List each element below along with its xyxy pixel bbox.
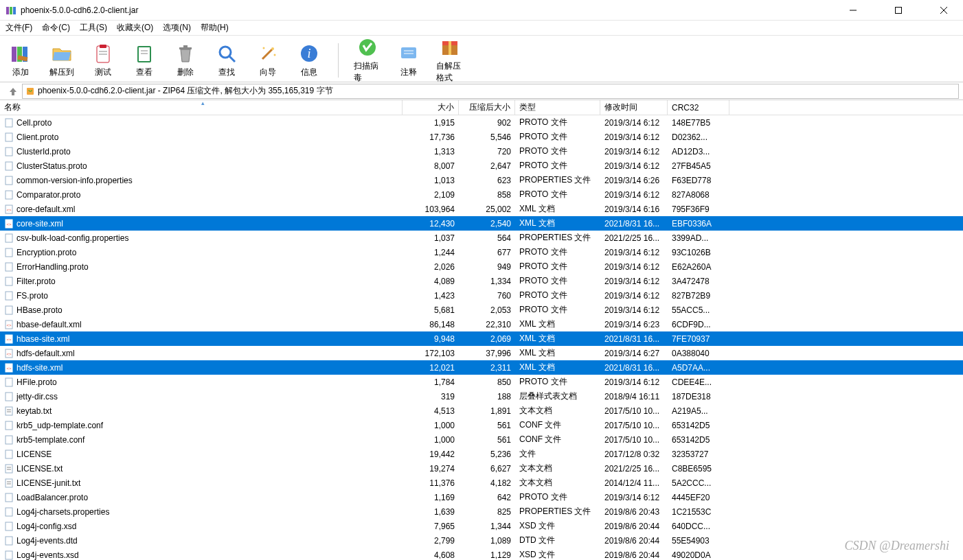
cell-name: <>hbase-site.xml — [0, 334, 403, 344]
tool-trash[interactable]: 删除 — [172, 43, 199, 78]
table-row[interactable]: LoadBalancer.proto1,169642PROTO 文件2019/3… — [0, 490, 963, 504]
svg-rect-68 — [5, 450, 12, 458]
cell-size: 4,513 — [403, 406, 459, 416]
list-header: 名称▴ 大小 压缩后大小 类型 修改时间 CRC32 — [0, 100, 963, 115]
table-row[interactable]: HBase.proto5,6812,053PROTO 文件2019/3/14 6… — [0, 303, 963, 317]
tool-books[interactable]: 添加 — [7, 43, 34, 78]
tool-clipboard[interactable]: 测试 — [89, 43, 117, 78]
minimize-button[interactable] — [839, 1, 867, 20]
tool-label: 向导 — [260, 67, 276, 78]
cell-size: 1,639 — [403, 507, 459, 517]
cell-packed: 720 — [459, 147, 515, 156]
cell-name: krb5-template.conf — [0, 435, 403, 445]
table-row[interactable]: Log4j-events.xsd4,6081,129XSD 文件2019/8/6… — [0, 548, 963, 560]
col-name[interactable]: 名称▴ — [0, 100, 403, 115]
table-row[interactable]: Encryption.proto1,244677PROTO 文件2019/3/1… — [0, 245, 963, 259]
cell-type: XML 文档 — [515, 318, 600, 330]
file-list[interactable]: Cell.proto1,915902PROTO 文件2019/3/14 6:12… — [0, 115, 963, 560]
table-row[interactable]: <>hdfs-site.xml12,0212,311XML 文档2021/8/3… — [0, 360, 963, 375]
cell-name: Comparator.proto — [0, 190, 403, 200]
tool-book[interactable]: 查看 — [131, 43, 158, 78]
cell-date: 2021/8/31 16... — [600, 363, 668, 373]
menu-item[interactable]: 工具(S) — [80, 22, 107, 34]
cell-date: 2021/2/25 16... — [600, 233, 668, 243]
cell-crc: 55ACC5... — [668, 305, 729, 315]
cell-type: PROTO 文件 — [515, 145, 600, 157]
maximize-button[interactable] — [885, 1, 912, 20]
cell-type: PROTO 文件 — [515, 261, 600, 272]
table-row[interactable]: <>core-default.xml103,96425,002XML 文档201… — [0, 202, 963, 216]
menu-item[interactable]: 命令(C) — [42, 22, 70, 34]
cell-size: 12,021 — [403, 363, 459, 373]
menu-item[interactable]: 文件(F) — [5, 22, 32, 34]
svg-rect-2 — [13, 7, 16, 14]
table-row[interactable]: krb5_udp-template.conf1,000561CONF 文件201… — [0, 418, 963, 432]
close-button[interactable] — [930, 1, 958, 20]
col-packed[interactable]: 压缩后大小 — [459, 100, 515, 115]
table-row[interactable]: Log4j-events.dtd2,7991,089DTD 文件2019/8/6… — [0, 533, 963, 548]
tool-search[interactable]: 查找 — [213, 43, 240, 78]
cell-date: 2019/3/14 6:12 — [600, 132, 668, 142]
table-row[interactable]: Filter.proto4,0891,334PROTO 文件2019/3/14 … — [0, 274, 963, 288]
jar-icon — [25, 86, 35, 96]
tool-label: 添加 — [12, 67, 29, 78]
cell-packed: 6,627 — [459, 464, 515, 474]
cell-crc: 148E77B5 — [668, 118, 729, 128]
cell-type: 文本文档 — [515, 463, 600, 474]
table-row[interactable]: krb5-template.conf1,000561CONF 文件2017/5/… — [0, 432, 963, 447]
cell-size: 7,965 — [403, 522, 459, 531]
cell-name: <>core-site.xml — [0, 219, 403, 229]
cell-date: 2019/3/14 6:12 — [600, 291, 668, 301]
menu-item[interactable]: 收藏夹(O) — [117, 22, 153, 34]
tool-wand[interactable]: 向导 — [254, 43, 282, 78]
path-field[interactable]: phoenix-5.0.0-cdh6.2.0-client.jar - ZIP6… — [22, 84, 959, 99]
cell-name: Filter.proto — [0, 277, 403, 286]
table-row[interactable]: csv-bulk-load-config.properties1,037564P… — [0, 231, 963, 245]
tool-comment[interactable]: 注释 — [395, 43, 422, 78]
table-row[interactable]: keytab.txt4,5131,891文本文档2017/5/10 10...A… — [0, 404, 963, 418]
svg-rect-63 — [5, 407, 12, 415]
table-row[interactable]: LICENSE19,4425,236文件2017/12/8 0:32323537… — [0, 447, 963, 461]
table-row[interactable]: <>hdfs-default.xml172,10337,996XML 文档201… — [0, 346, 963, 360]
cell-date: 2019/3/14 6:12 — [600, 147, 668, 156]
tool-label: 查找 — [218, 67, 235, 78]
table-row[interactable]: ClusterId.proto1,313720PROTO 文件2019/3/14… — [0, 144, 963, 159]
tool-label: 注释 — [400, 67, 417, 78]
table-row[interactable]: <>hbase-site.xml9,9482,069XML 文档2021/8/3… — [0, 331, 963, 346]
cell-name: <>hbase-default.xml — [0, 320, 403, 329]
table-row[interactable]: <>core-site.xml12,4302,540XML 文档2021/8/3… — [0, 216, 963, 231]
cell-packed: 2,311 — [459, 363, 515, 373]
tool-info[interactable]: i信息 — [295, 43, 323, 78]
table-row[interactable]: <>hbase-default.xml86,14822,310XML 文档201… — [0, 317, 963, 331]
table-row[interactable]: HFile.proto1,784850PROTO 文件2019/3/14 6:1… — [0, 375, 963, 389]
menu-item[interactable]: 选项(N) — [163, 22, 191, 34]
col-crc[interactable]: CRC32 — [668, 100, 729, 115]
cell-crc: 49020D0A — [668, 550, 729, 560]
table-row[interactable]: Cell.proto1,915902PROTO 文件2019/3/14 6:12… — [0, 115, 963, 130]
cell-name: csv-bulk-load-config.properties — [0, 233, 403, 243]
table-row[interactable]: Comparator.proto2,109858PROTO 文件2019/3/1… — [0, 187, 963, 202]
col-size[interactable]: 大小 — [403, 100, 459, 115]
cell-packed: 25,002 — [459, 205, 515, 214]
cell-name: <>hdfs-site.xml — [0, 363, 403, 373]
svg-point-21 — [220, 47, 231, 58]
cell-name: ClusterStatus.proto — [0, 161, 403, 171]
up-button[interactable] — [4, 84, 22, 98]
table-row[interactable]: jetty-dir.css319188层叠样式表文档2018/9/4 16:11… — [0, 389, 963, 404]
tool-folder[interactable]: 解压到 — [48, 43, 76, 78]
table-row[interactable]: Client.proto17,7365,546PROTO 文件2019/3/14… — [0, 130, 963, 144]
table-row[interactable]: ErrorHandling.proto2,026949PROTO 文件2019/… — [0, 259, 963, 274]
cell-size: 19,274 — [403, 464, 459, 474]
tool-shield[interactable]: 扫描病毒 — [354, 36, 381, 84]
table-row[interactable]: Log4j-config.xsd7,9651,344XSD 文件2019/8/6… — [0, 519, 963, 533]
table-row[interactable]: common-version-info.properties1,013623PR… — [0, 173, 963, 187]
col-date[interactable]: 修改时间 — [600, 100, 668, 115]
menu-item[interactable]: 帮助(H) — [201, 22, 229, 34]
table-row[interactable]: FS.proto1,423760PROTO 文件2019/3/14 6:1282… — [0, 288, 963, 303]
table-row[interactable]: LICENSE.txt19,2746,627文本文档2021/2/25 16..… — [0, 461, 963, 476]
table-row[interactable]: ClusterStatus.proto8,0072,647PROTO 文件201… — [0, 159, 963, 173]
tool-box[interactable]: 自解压格式 — [436, 36, 464, 84]
table-row[interactable]: Log4j-charsets.properties1,639825PROPERT… — [0, 504, 963, 519]
table-row[interactable]: LICENSE-junit.txt11,3764,182文本文档2014/12/… — [0, 476, 963, 490]
col-type[interactable]: 类型 — [515, 100, 600, 115]
